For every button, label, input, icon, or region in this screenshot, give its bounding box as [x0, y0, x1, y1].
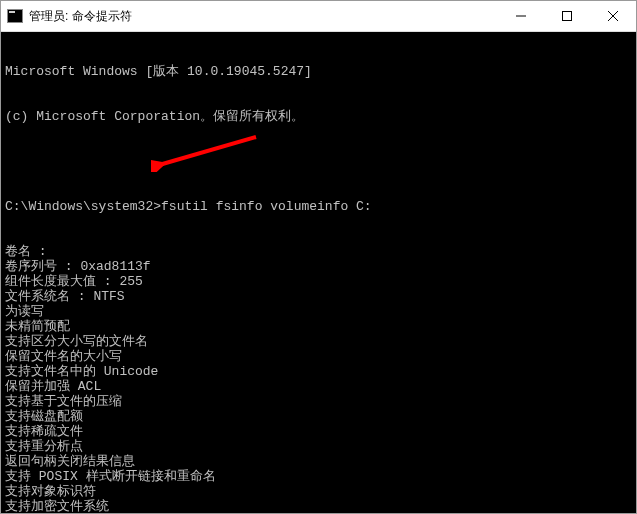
titlebar[interactable]: 管理员: 命令提示符: [1, 1, 636, 32]
terminal-line: 支持重分析点: [5, 439, 632, 454]
window-controls: [498, 1, 636, 31]
app-window: 管理员: 命令提示符 Microsoft Windows [版本 10.0.19…: [0, 0, 637, 514]
terminal-line: 支持文件名中的 Unicode: [5, 364, 632, 379]
maximize-button[interactable]: [544, 1, 590, 31]
terminal-line: 支持 POSIX 样式断开链接和重命名: [5, 469, 632, 484]
terminal-line: 文件系统名 : NTFS: [5, 289, 632, 304]
terminal-line: 保留文件名的大小写: [5, 349, 632, 364]
terminal-line: 支持基于文件的压缩: [5, 394, 632, 409]
terminal-line: 保留并加强 ACL: [5, 379, 632, 394]
terminal-line: 支持加密文件系统: [5, 499, 632, 513]
terminal-line: 卷序列号 : 0xad8113f: [5, 259, 632, 274]
terminal-line: Microsoft Windows [版本 10.0.19045.5247]: [5, 64, 632, 79]
terminal-line: 支持区分大小写的文件名: [5, 334, 632, 349]
terminal-line: (c) Microsoft Corporation。保留所有权利。: [5, 109, 632, 124]
terminal-line: 为读写: [5, 304, 632, 319]
terminal-prompt: C:\Windows\system32>fsutil fsinfo volume…: [5, 199, 632, 214]
terminal-line: 支持稀疏文件: [5, 424, 632, 439]
window-title: 管理员: 命令提示符: [29, 8, 132, 25]
terminal-line: 未精简预配: [5, 319, 632, 334]
app-icon: [1, 1, 29, 31]
terminal-line: 返回句柄关闭结果信息: [5, 454, 632, 469]
terminal-line: 支持对象标识符: [5, 484, 632, 499]
terminal-output[interactable]: Microsoft Windows [版本 10.0.19045.5247] (…: [1, 32, 636, 513]
terminal-line: 卷名 :: [5, 244, 632, 259]
svg-rect-1: [563, 12, 572, 21]
terminal-line: 组件长度最大值 : 255: [5, 274, 632, 289]
terminal-line: 支持磁盘配额: [5, 409, 632, 424]
terminal-blank: [5, 154, 632, 169]
close-button[interactable]: [590, 1, 636, 31]
minimize-button[interactable]: [498, 1, 544, 31]
